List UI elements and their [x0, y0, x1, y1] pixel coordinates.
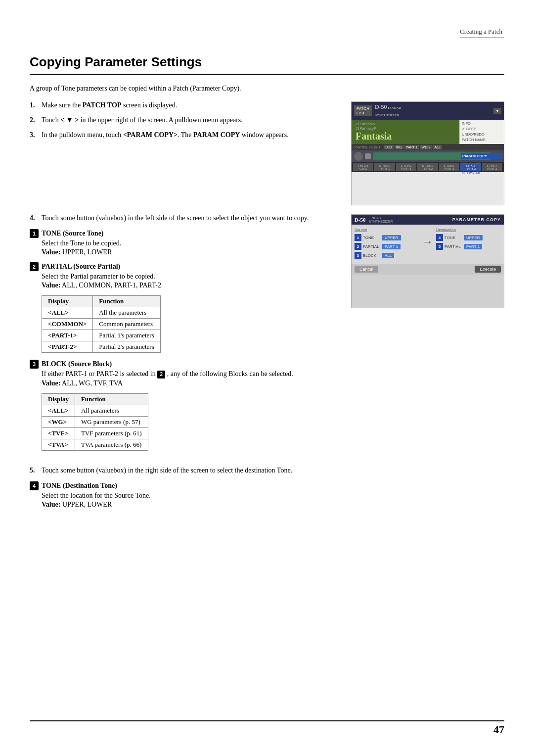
bottom-rule: [30, 720, 504, 721]
table-row: <PART-2> Partial 2's parameters: [42, 341, 161, 353]
sub-step-tone-value: Value: UPPER, LOWER: [42, 248, 341, 256]
table1-row1-display: <ALL>: [42, 307, 93, 319]
sub-step-tone-dest: 4 TONE (Destination Tone) Select the loc…: [30, 481, 504, 509]
table-row: <TVA> TVA parameters (p. 66): [42, 439, 148, 450]
steps-with-image: 1. Make sure the PATCH TOP screen is dis…: [30, 101, 504, 205]
device-screen-2: D-50 LINEARSYNTHESIZER PARAMETER COPY So…: [351, 214, 504, 308]
sub-step-tone-dest-value: Value: UPPER, LOWER: [42, 501, 504, 509]
sub-step-partial-title: 2 PARTIAL (Source Partial): [30, 262, 341, 271]
table1-row3-function: Partial 1's parameters: [93, 330, 160, 341]
step-3-bold2: PARAM COPY: [193, 131, 240, 139]
table-row: <TVF> TVF parameters (p. 61): [42, 427, 148, 439]
table-row: <PART-1> Partial 1's parameters: [42, 330, 161, 341]
table1-row2-function: Common parameters: [93, 319, 160, 330]
step-1-bold: PATCH TOP: [83, 101, 122, 109]
sub-step-tone-title: 1 TONE (Source Tone): [30, 229, 341, 238]
step-5: 5. Touch some button (valuebox) in the r…: [30, 467, 504, 474]
table2-col1-header: Display: [42, 393, 75, 405]
step-3-bold1: <PARAM COPY>: [123, 131, 178, 139]
page-header: Creating a Patch: [460, 28, 504, 38]
sub-step-partial: 2 PARTIAL (Source Partial) Select the Pa…: [30, 262, 341, 289]
main-content: Copying Parameter Settings A group of To…: [30, 54, 504, 515]
step-2-content: Touch < ▼ > in the upper right of the sc…: [42, 116, 341, 124]
step4-section: 4. Touch some button (valuebox) in the l…: [30, 214, 504, 458]
badge-2: 2: [30, 262, 39, 271]
device-image-1: PATCHLIST D-50 LINEARSYNTHESIZER ▼ J1Fan…: [351, 101, 504, 205]
step-5-content: Touch some button (valuebox) in the righ…: [42, 467, 504, 474]
table1-row3-display: <PART-1>: [42, 330, 93, 341]
sub-step-tone-label: TONE (Source Tone): [42, 230, 104, 237]
step-3: 3. In the pulldown menu, touch <PARAM CO…: [30, 131, 341, 139]
table-block: Display Function <ALL> All parameters <W…: [42, 393, 148, 451]
table2-row3-display: <TVF>: [42, 427, 75, 439]
sub-step-tone-dest-label: TONE (Destination Tone): [42, 482, 117, 490]
sub-step-block-value: Value: ALL, WG, TVF, TVA: [42, 379, 341, 387]
sub-step-tone-dest-desc: Select the location for the Source Tone.: [42, 492, 504, 500]
page-number: 47: [493, 723, 504, 736]
table-partial: Display Function <ALL> All the parameter…: [42, 295, 161, 353]
table1-row2-display: <COMMON>: [42, 319, 93, 330]
table2-row3-function: TVF parameters (p. 61): [75, 427, 148, 439]
step-1: 1. Make sure the PATCH TOP screen is dis…: [30, 101, 341, 109]
step-2-num: 2.: [30, 116, 42, 124]
table1-row1-function: All the parameters: [93, 307, 160, 319]
intro-text: A group of Tone parameters can be copied…: [30, 85, 504, 93]
sub-step-block-title: 3 BLOCK (Source Block): [30, 360, 341, 369]
sub-step-tone-dest-title: 4 TONE (Destination Tone): [30, 481, 504, 490]
table2-col2-header: Function: [75, 393, 148, 405]
table1-row4-function: Partial 2's parameters: [93, 341, 160, 353]
table2-row1-function: All parameters: [75, 405, 148, 416]
step-4: 4. Touch some button (valuebox) in the l…: [30, 214, 341, 222]
table-row: <ALL> All the parameters: [42, 307, 161, 319]
sub-step-block: 3 BLOCK (Source Block) If either PART-1 …: [30, 360, 341, 387]
table2-row4-display: <TVA>: [42, 439, 75, 450]
table1-col2-header: Function: [93, 296, 160, 307]
badge-3: 3: [30, 360, 39, 369]
step-2-bold: < ▼ >: [60, 116, 79, 124]
device-image-2: D-50 LINEARSYNTHESIZER PARAMETER COPY So…: [351, 214, 504, 458]
step-4-num: 4.: [30, 214, 42, 222]
sub-step-block-desc: If either PART-1 or PART-2 is selected i…: [42, 370, 341, 378]
step-2: 2. Touch < ▼ > in the upper right of the…: [30, 116, 341, 124]
sub-step-tone-desc: Select the Tone to be copied.: [42, 239, 341, 247]
sub-step-partial-value: Value: ALL, COMMON, PART-1, PART-2: [42, 282, 341, 289]
table1-col1-header: Display: [42, 296, 93, 307]
table2-row4-function: TVA parameters (p. 66): [75, 439, 148, 450]
sub-step-block-label: BLOCK (Source Block): [42, 360, 112, 368]
section-title: Copying Parameter Settings: [30, 54, 504, 75]
sub-step-partial-label: PARTIAL (Source Partial): [42, 263, 120, 271]
step-1-num: 1.: [30, 101, 42, 109]
table-row: <WG> WG parameters (p. 57): [42, 416, 148, 427]
badge-1: 1: [30, 229, 39, 238]
step-4-content: Touch some button (valuebox) in the left…: [42, 214, 341, 222]
table-row: <ALL> All parameters: [42, 405, 148, 416]
steps-left: 1. Make sure the PATCH TOP screen is dis…: [30, 101, 341, 205]
badge-2-ref: 2: [157, 371, 165, 378]
step-1-content: Make sure the PATCH TOP screen is displa…: [42, 101, 341, 109]
badge-4: 4: [30, 481, 39, 490]
table2-row2-display: <WG>: [42, 416, 75, 427]
step-5-num: 5.: [30, 467, 42, 474]
table2-row1-display: <ALL>: [42, 405, 75, 416]
step4-left: 4. Touch some button (valuebox) in the l…: [30, 214, 341, 458]
sub-step-tone-source: 1 TONE (Source Tone) Select the Tone to …: [30, 229, 341, 256]
step-3-content: In the pulldown menu, touch <PARAM COPY>…: [42, 131, 341, 139]
table-row: <COMMON> Common parameters: [42, 319, 161, 330]
step-3-num: 3.: [30, 131, 42, 139]
device-screen-1: PATCHLIST D-50 LINEARSYNTHESIZER ▼ J1Fan…: [351, 101, 504, 205]
table2-row2-function: WG parameters (p. 57): [75, 416, 148, 427]
sub-step-partial-desc: Select the Partial parameter to be copie…: [42, 273, 341, 281]
table1-row4-display: <PART-2>: [42, 341, 93, 353]
